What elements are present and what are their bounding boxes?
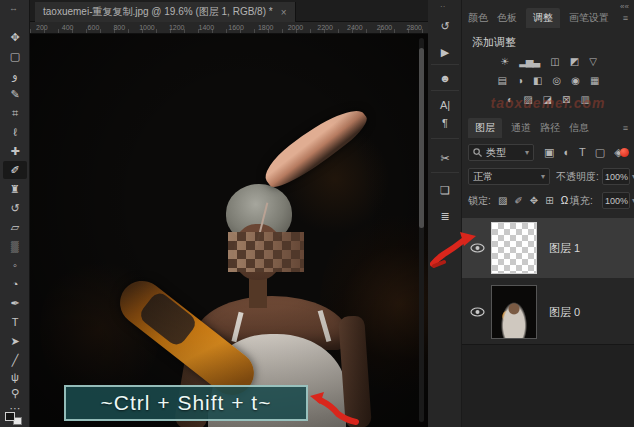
- layer-row-1[interactable]: 图层 1: [462, 218, 634, 278]
- fill-dropdown[interactable]: 100% ▾: [602, 192, 630, 209]
- tab-color[interactable]: 颜色: [468, 11, 488, 25]
- lock-all-icon[interactable]: Ω: [561, 192, 568, 209]
- canvas-scrollbar-thumb[interactable]: [419, 48, 424, 228]
- crop-tool[interactable]: ⌗: [3, 104, 27, 122]
- history-brush-tool[interactable]: ↺: [3, 199, 27, 217]
- layer-thumbnail-transparent[interactable]: [491, 222, 537, 274]
- blend-mode-dropdown[interactable]: 正常 ▾: [468, 168, 550, 185]
- layer-filter-icons: ▣ ◐ T ▢ ◈: [544, 144, 623, 161]
- marquee-tool[interactable]: ▢: [3, 47, 27, 65]
- filter-kind-label: 类型: [486, 146, 506, 160]
- opacity-dropdown[interactable]: 100% ▾: [602, 168, 630, 185]
- photo-filter-icon[interactable]: ◎: [553, 73, 561, 89]
- lock-artboard-icon[interactable]: ⊞: [545, 192, 553, 209]
- document-title: taoxuemei-重复复制.jpg @ 19.6% (图层 1, RGB/8)…: [43, 5, 273, 19]
- visibility-eye-icon[interactable]: [470, 243, 485, 253]
- panel-menu-icon[interactable]: ≡: [623, 13, 628, 23]
- canvas-viewport[interactable]: ~Ctrl + Shift + t~: [30, 34, 428, 427]
- lock-icons: ▨ ✐ ✥ ⊞ Ω: [498, 192, 568, 209]
- document-tab[interactable]: taoxuemei-重复复制.jpg @ 19.6% (图层 1, RGB/8)…: [35, 2, 296, 22]
- eraser-tool[interactable]: ▱: [3, 218, 27, 236]
- adjustments-panel-tabs: 颜色 色板 调整 画笔设置 ≡: [468, 8, 628, 28]
- exposure-icon[interactable]: ◩: [570, 54, 578, 70]
- channel-mixer-icon[interactable]: ◉: [571, 73, 579, 89]
- quick-selection-tool[interactable]: ✎: [3, 85, 27, 103]
- tab-paths[interactable]: 路径: [540, 121, 560, 135]
- blend-mode-value: 正常: [473, 170, 493, 184]
- vibrance-icon[interactable]: ▽: [589, 54, 596, 70]
- color-swatches[interactable]: [5, 412, 25, 426]
- layer-row-0[interactable]: 图层 0: [462, 282, 634, 342]
- watermark-text: taoxuemei.com: [462, 95, 634, 111]
- lasso-tool[interactable]: و: [3, 66, 27, 84]
- tab-layers[interactable]: 图层: [468, 118, 502, 138]
- hue-saturation-icon[interactable]: ▤: [498, 73, 506, 89]
- brightness-contrast-icon[interactable]: ☀: [500, 54, 508, 70]
- layer-name[interactable]: 图层 1: [549, 241, 580, 256]
- paragraph-panel-icon[interactable]: ¶: [432, 113, 458, 133]
- curves-icon[interactable]: ◫: [550, 54, 558, 70]
- photo-vignette: [30, 34, 428, 427]
- color-lookup-icon[interactable]: ▦: [590, 73, 598, 89]
- filter-shape-layers-icon[interactable]: ▢: [595, 144, 605, 161]
- panel-dock-strip: ·· ↺ ▶ ☻ A| ¶ ✂ ❏ ≣: [428, 0, 462, 427]
- properties-panel-icon[interactable]: ❏: [432, 180, 458, 200]
- ruler-tick: 400: [62, 22, 74, 33]
- type-tool[interactable]: T: [3, 313, 27, 331]
- pen-tool[interactable]: ✒: [3, 294, 27, 312]
- tab-adjustments[interactable]: 调整: [526, 8, 560, 28]
- ruler-tick: 1200: [169, 22, 185, 33]
- ruler-tick: 800: [113, 22, 125, 33]
- lock-transparent-pixels-icon[interactable]: ▨: [498, 192, 507, 209]
- visibility-eye-icon[interactable]: [470, 307, 485, 317]
- lock-position-icon[interactable]: ✥: [530, 192, 538, 209]
- gradient-tool[interactable]: ▒: [3, 237, 27, 255]
- history-panel-icon[interactable]: ↺: [432, 16, 458, 36]
- tab-brush-settings[interactable]: 画笔设置: [569, 11, 609, 25]
- shortcut-text: ~Ctrl + Shift + t~: [101, 391, 272, 415]
- layer-filter-dropdown[interactable]: 类型 ▾: [468, 144, 534, 161]
- layer-name[interactable]: 图层 0: [549, 305, 580, 320]
- levels-icon[interactable]: ▂▅▃: [519, 54, 539, 70]
- healing-brush-tool[interactable]: ✚: [3, 142, 27, 160]
- line-tool[interactable]: ╱: [3, 351, 27, 369]
- character-panel-icon[interactable]: A|: [432, 95, 458, 115]
- ruler-tick: 1800: [258, 22, 274, 33]
- layers-panel-menu-icon[interactable]: ≡: [623, 123, 628, 133]
- tool-presets-panel-icon[interactable]: ✂: [432, 148, 458, 168]
- chevron-down-icon: ▾: [525, 148, 529, 157]
- blur-tool[interactable]: ◦: [3, 256, 27, 274]
- dock-collapse-icon[interactable]: ··: [440, 2, 445, 11]
- filtering-on-toggle[interactable]: [620, 148, 629, 157]
- dodge-tool[interactable]: ◔: [3, 275, 27, 293]
- ruler-tick: 1600: [228, 22, 244, 33]
- toolbar-collapse-icon[interactable]: ↔: [9, 3, 18, 13]
- close-document-icon[interactable]: ×: [281, 7, 287, 18]
- chevron-down-icon: ▾: [541, 172, 545, 181]
- layer-thumbnail-photo[interactable]: [491, 285, 537, 339]
- filter-pixel-layers-icon[interactable]: ▣: [544, 144, 554, 161]
- color-balance-icon[interactable]: ◑: [517, 73, 522, 89]
- filter-type-layers-icon[interactable]: T: [579, 144, 586, 161]
- layers-panel-empty-area: [462, 344, 634, 427]
- actions-panel-icon[interactable]: ▶: [432, 42, 458, 62]
- clone-stamp-tool[interactable]: ♜: [3, 180, 27, 198]
- brush-tool[interactable]: ✐: [3, 161, 27, 179]
- ruler-tick: 2600: [377, 22, 393, 33]
- lock-label: 锁定:: [468, 192, 491, 209]
- libraries-panel-icon[interactable]: ☻: [432, 68, 458, 88]
- adjustment-icons-row2: ▤ ◑ ◧ ◎ ◉ ▦: [462, 73, 634, 89]
- notes-panel-icon[interactable]: ≣: [432, 206, 458, 226]
- tab-swatches[interactable]: 色板: [497, 11, 517, 25]
- tab-channels[interactable]: 通道: [511, 121, 531, 135]
- ruler-tick: 2400: [347, 22, 363, 33]
- move-tool[interactable]: ✥: [3, 28, 27, 46]
- path-selection-tool[interactable]: ➤: [3, 332, 27, 350]
- ruler-tick: 1400: [199, 22, 215, 33]
- foreground-color-swatch[interactable]: [5, 412, 15, 421]
- black-white-icon[interactable]: ◧: [533, 73, 541, 89]
- tab-info[interactable]: 信息: [569, 121, 589, 135]
- lock-image-pixels-icon[interactable]: ✐: [514, 192, 522, 209]
- eyedropper-tool[interactable]: ℓ: [3, 123, 27, 141]
- filter-adjustment-layers-icon[interactable]: ◐: [563, 144, 570, 161]
